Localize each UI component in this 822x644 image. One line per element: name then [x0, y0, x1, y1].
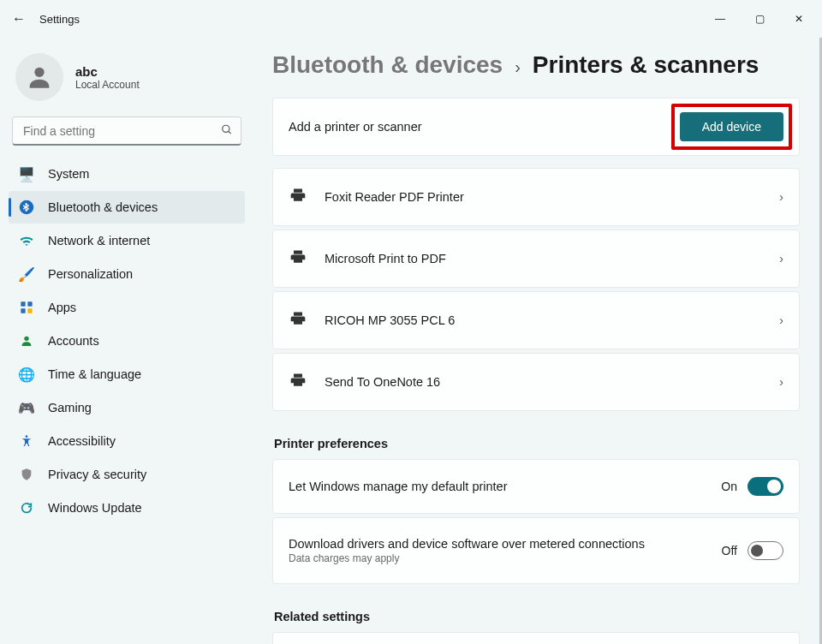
printer-name: RICOH MP 3055 PCL 6 [325, 313, 455, 327]
printer-row-onenote[interactable]: Send To OneNote 16 › [272, 353, 800, 411]
printer-row-foxit[interactable]: Foxit Reader PDF Printer › [272, 168, 800, 226]
pref-label: Let Windows manage my default printer [289, 480, 508, 493]
svg-line-2 [229, 131, 231, 134]
chevron-right-icon: › [515, 57, 521, 77]
pref-label: Download drivers and device software ove… [289, 537, 645, 551]
chevron-right-icon: › [779, 252, 783, 265]
search-input[interactable] [12, 116, 241, 146]
nav-bluetooth-devices[interactable]: Bluetooth & devices [9, 191, 245, 224]
printer-name: Send To OneNote 16 [325, 375, 440, 389]
gamepad-icon: 🎮 [19, 400, 34, 415]
shield-icon [19, 467, 34, 482]
clock-globe-icon: 🌐 [19, 367, 34, 382]
svg-rect-6 [21, 308, 25, 313]
person-icon [25, 63, 54, 92]
nav-privacy[interactable]: Privacy & security [9, 458, 245, 491]
toggle-state-text: On [721, 480, 737, 493]
minimize-button[interactable]: — [700, 5, 740, 33]
svg-rect-5 [27, 301, 32, 306]
svg-point-0 [34, 68, 44, 77]
printer-name: Foxit Reader PDF Printer [325, 190, 464, 204]
nav-label: Gaming [48, 401, 92, 414]
bluetooth-icon [19, 200, 34, 215]
user-subtitle: Local Account [75, 79, 140, 91]
window-title: Settings [39, 13, 80, 26]
search-icon [221, 124, 233, 139]
nav-label: Apps [48, 301, 76, 314]
breadcrumb-parent[interactable]: Bluetooth & devices [272, 51, 503, 79]
nav-label: Time & language [48, 367, 141, 381]
chevron-right-icon: › [779, 190, 783, 204]
svg-rect-4 [21, 301, 25, 306]
nav-label: Privacy & security [48, 468, 146, 481]
add-printer-card: Add a printer or scanner Add device [272, 98, 800, 156]
printer-icon [289, 248, 307, 269]
update-icon [19, 500, 34, 516]
page-title: Printers & scanners [533, 51, 759, 79]
main-content: Bluetooth & devices › Printers & scanner… [253, 38, 822, 644]
apps-icon [19, 300, 34, 315]
avatar [15, 53, 63, 101]
nav-personalization[interactable]: 🖌️ Personalization [9, 258, 245, 290]
annotation-highlight: Add device [671, 104, 792, 150]
maximize-button[interactable]: ▢ [740, 5, 779, 33]
printer-icon [289, 187, 307, 207]
search-box [12, 116, 241, 146]
printer-preferences-heading: Printer preferences [274, 437, 800, 450]
wifi-icon [19, 233, 34, 248]
svg-point-9 [26, 435, 28, 438]
toggle-state-text: Off [722, 544, 737, 558]
nav-accounts[interactable]: Accounts [9, 325, 245, 357]
nav-accessibility[interactable]: Accessibility [9, 425, 245, 457]
nav-windows-update[interactable]: Windows Update [9, 492, 245, 524]
nav-network[interactable]: Network & internet [9, 224, 245, 257]
person-icon [19, 333, 34, 349]
svg-point-1 [223, 125, 229, 132]
pref-default-printer: Let Windows manage my default printer On [272, 459, 800, 514]
printer-name: Microsoft Print to PDF [325, 252, 446, 265]
window-controls: — ▢ ✕ [700, 5, 819, 33]
nav-system[interactable]: 🖥️ System [9, 158, 245, 190]
nav-label: Accounts [48, 334, 99, 348]
brush-icon: 🖌️ [19, 266, 34, 282]
breadcrumb: Bluetooth & devices › Printers & scanner… [272, 51, 800, 79]
svg-point-8 [24, 337, 28, 341]
related-print-server[interactable]: Print server properties 🡥 [272, 632, 800, 644]
metered-download-toggle[interactable] [748, 541, 783, 560]
nav: 🖥️ System Bluetooth & devices Network & … [9, 158, 245, 524]
nav-label: Accessibility [48, 434, 116, 448]
sidebar: abc Local Account 🖥️ System Bluetooth & … [0, 38, 253, 644]
add-printer-label: Add a printer or scanner [289, 120, 422, 134]
display-icon: 🖥️ [19, 166, 34, 182]
nav-label: System [48, 167, 89, 181]
related-settings-heading: Related settings [274, 610, 800, 623]
svg-rect-7 [27, 308, 32, 313]
back-button[interactable]: ← [3, 3, 34, 34]
pref-sublabel: Data charges may apply [289, 552, 645, 564]
close-button[interactable]: ✕ [779, 5, 819, 33]
printer-row-ricoh[interactable]: RICOH MP 3055 PCL 6 › [272, 291, 800, 349]
nav-label: Personalization [48, 267, 133, 281]
pref-metered-download: Download drivers and device software ove… [272, 517, 800, 584]
chevron-right-icon: › [779, 375, 783, 389]
nav-time-language[interactable]: 🌐 Time & language [9, 358, 245, 391]
nav-gaming[interactable]: 🎮 Gaming [9, 391, 245, 424]
accessibility-icon [19, 433, 34, 449]
nav-label: Bluetooth & devices [48, 200, 158, 214]
titlebar: ← Settings — ▢ ✕ [0, 0, 822, 38]
printer-row-ms-pdf[interactable]: Microsoft Print to PDF › [272, 230, 800, 288]
nav-apps[interactable]: Apps [9, 291, 245, 324]
add-device-button[interactable]: Add device [680, 112, 783, 141]
user-name: abc [75, 64, 140, 79]
user-block[interactable]: abc Local Account [9, 45, 245, 116]
chevron-right-icon: › [779, 313, 783, 327]
nav-label: Network & internet [48, 234, 150, 247]
default-printer-toggle[interactable] [748, 477, 783, 496]
printer-icon [289, 372, 307, 392]
nav-label: Windows Update [48, 501, 142, 515]
printer-icon [289, 310, 307, 331]
